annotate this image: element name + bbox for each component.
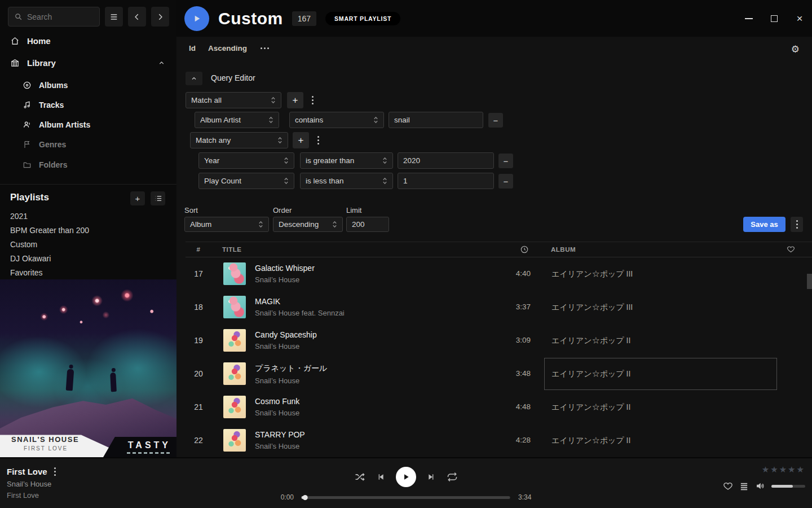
limit-input[interactable] xyxy=(346,217,389,232)
query-editor-collapse-button[interactable] xyxy=(186,72,202,85)
column-album[interactable]: ALBUM xyxy=(551,246,576,253)
star-icon[interactable]: ★ xyxy=(762,465,769,475)
volume-fill xyxy=(771,485,793,488)
track-artist[interactable]: Snail’s House xyxy=(255,342,317,351)
minimize-button[interactable] xyxy=(744,14,753,23)
forward-button[interactable] xyxy=(151,7,169,27)
rule-operator-select[interactable]: is greater than xyxy=(300,152,393,169)
close-button[interactable]: × xyxy=(795,14,804,23)
match-any-select[interactable]: Match any xyxy=(190,132,288,148)
save-as-button[interactable]: Save as xyxy=(743,217,785,232)
track-artist[interactable]: Snail’s House xyxy=(255,275,315,284)
track-artist[interactable]: Snail’s House xyxy=(255,376,327,385)
table-row[interactable]: 20 プラネット・ガール Snail’s House 3:48 エイリアン☆ポッ… xyxy=(186,357,812,391)
playlist-item[interactable]: BPM Greater than 200 xyxy=(10,224,151,238)
track-album-cell[interactable]: エイリアン☆ポップ II xyxy=(544,325,777,357)
track-duration: 3:09 xyxy=(467,336,531,344)
playlist-item[interactable]: 2021 xyxy=(10,209,151,224)
table-row[interactable]: 19 Candy Spaceship Snail’s House 3:09 エイ… xyxy=(186,324,812,357)
rule-value-input[interactable] xyxy=(398,173,494,189)
sidebar-item-library[interactable]: Library xyxy=(10,58,56,68)
subgroup-menu-icon[interactable] xyxy=(313,132,323,148)
search-box[interactable] xyxy=(8,7,100,27)
match-all-select[interactable]: Match all xyxy=(186,92,281,108)
play-playlist-button[interactable] xyxy=(184,6,209,31)
volume-icon[interactable] xyxy=(755,481,765,491)
add-subrule-button[interactable]: + xyxy=(293,132,309,148)
shuffle-button[interactable] xyxy=(354,471,365,483)
track-album-cell[interactable]: エイリアン☆ポップ III xyxy=(544,291,777,323)
rule-group-menu-icon[interactable] xyxy=(307,92,317,108)
track-album-cell[interactable]: エイリアン☆ポップ III xyxy=(544,258,777,290)
table-row[interactable]: 17 Galactic Whisper Snail’s House 4:40 エ… xyxy=(186,257,812,291)
track-album-cell[interactable]: エイリアン☆ポップ II xyxy=(544,391,777,423)
disc-icon xyxy=(23,81,32,90)
sidebar-item-album-artists[interactable]: Album Artists xyxy=(23,120,90,129)
sidebar-item-folders[interactable]: Folders xyxy=(23,160,68,169)
gear-icon[interactable]: ⚙ xyxy=(791,43,800,55)
track-album-cell[interactable]: エイリアン☆ポップ II xyxy=(544,358,777,390)
playlist-item[interactable]: DJ Okawari xyxy=(10,252,151,266)
sort-field-button[interactable]: Id xyxy=(189,44,196,52)
remove-rule-button[interactable]: − xyxy=(488,113,503,128)
now-playing-album[interactable]: First Love xyxy=(7,491,39,500)
column-number[interactable]: # xyxy=(186,246,211,253)
queue-icon[interactable] xyxy=(739,481,749,491)
order-select[interactable]: Descending xyxy=(273,217,343,232)
rule-field-select[interactable]: Year xyxy=(198,152,294,169)
now-playing-artist[interactable]: Snail’s House xyxy=(7,480,51,488)
favorite-icon[interactable] xyxy=(723,481,733,491)
sidebar-item-tracks[interactable]: Tracks xyxy=(23,100,64,110)
now-playing-title[interactable]: First Love xyxy=(7,467,47,476)
seek-thumb[interactable] xyxy=(303,495,308,500)
track-album-cell[interactable]: エイリアン☆ポップ II xyxy=(544,424,777,457)
next-button[interactable] xyxy=(427,472,436,481)
remove-rule-button[interactable]: − xyxy=(498,154,513,168)
add-rule-button[interactable]: + xyxy=(287,92,303,108)
seek-bar[interactable] xyxy=(302,496,510,499)
table-row[interactable]: 21 Cosmo Funk Snail’s House 4:48 エイリアン☆ポ… xyxy=(186,391,812,424)
menu-icon[interactable] xyxy=(105,7,123,27)
sidebar-item-albums[interactable]: Albums xyxy=(23,81,68,90)
rule-operator-select[interactable]: contains xyxy=(289,112,384,128)
back-button[interactable] xyxy=(128,7,146,27)
star-icon[interactable]: ★ xyxy=(797,465,804,475)
favorite-column-icon[interactable] xyxy=(787,245,795,253)
track-artist[interactable]: Snail’s House xyxy=(255,442,305,450)
play-button[interactable] xyxy=(396,467,416,487)
playlist-item[interactable]: Custom xyxy=(10,238,151,252)
rule-operator-select[interactable]: is less than xyxy=(300,173,393,189)
rule-field-select[interactable]: Album Artist xyxy=(195,112,279,128)
playlist-item[interactable]: Favorites xyxy=(10,266,151,280)
rule-value-input[interactable] xyxy=(389,112,483,128)
query-menu-icon[interactable] xyxy=(791,217,803,232)
track-artist[interactable]: Snail’s House feat. Sennzai xyxy=(255,309,345,317)
more-options-icon[interactable] xyxy=(259,47,270,49)
now-playing-artwork[interactable]: SNAIL'S HOUSE FIRST LOVE TASTY xyxy=(0,279,176,457)
repeat-button[interactable] xyxy=(447,471,458,483)
star-icon[interactable]: ★ xyxy=(788,465,795,475)
add-playlist-button[interactable]: + xyxy=(130,191,145,205)
volume-slider[interactable] xyxy=(771,485,805,488)
rule-field-select[interactable]: Play Count xyxy=(198,173,294,189)
table-row[interactable]: 18 MAGIK Snail’s House feat. Sennzai 3:3… xyxy=(186,291,812,324)
sidebar-item-home[interactable]: Home xyxy=(10,36,51,46)
rule-value-input[interactable] xyxy=(398,152,494,169)
star-icon[interactable]: ★ xyxy=(779,465,787,475)
track-title: Candy Spaceship xyxy=(255,330,317,339)
track-artist[interactable]: Snail’s House xyxy=(255,409,299,417)
playlist-list-icon[interactable] xyxy=(151,191,165,205)
sort-direction-button[interactable]: Ascending xyxy=(208,44,247,52)
scrollbar-thumb[interactable] xyxy=(807,274,812,289)
column-title[interactable]: TITLE xyxy=(222,246,241,253)
search-input[interactable] xyxy=(27,12,94,21)
sort-select[interactable]: Album xyxy=(184,217,269,232)
remove-rule-button[interactable]: − xyxy=(498,174,513,189)
duration-column-icon[interactable] xyxy=(520,245,529,254)
sidebar-item-genres[interactable]: Genres xyxy=(23,140,66,149)
table-row[interactable]: 22 STARRY POP Snail’s House 4:28 エイリアン☆ポ… xyxy=(186,424,812,457)
previous-button[interactable] xyxy=(376,472,385,481)
now-playing-menu-icon[interactable] xyxy=(54,466,56,476)
maximize-button[interactable] xyxy=(770,14,779,23)
star-icon[interactable]: ★ xyxy=(770,465,778,475)
